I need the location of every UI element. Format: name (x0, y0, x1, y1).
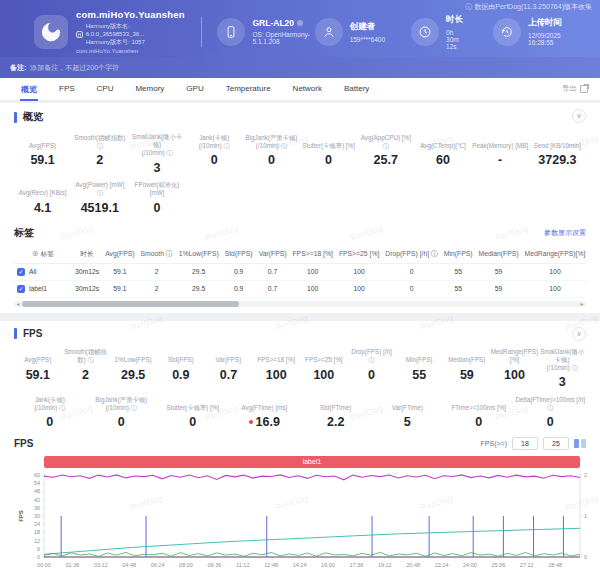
metric-label: BigJank(严重卡顿) (/10min) ⓘ (243, 133, 300, 150)
metric-value: 0 (86, 415, 158, 429)
fps-collapse-button[interactable]: ∨ (572, 327, 586, 341)
fps-threshold2-input[interactable] (543, 437, 569, 450)
fps-card: FPS ∨ Avg(FPS)59.1Smooth(稳帧指数) ⓘ21%Low(F… (0, 321, 600, 580)
metric-value: 16.9 (229, 415, 301, 429)
metric: Std(FTime)2.2 (300, 395, 372, 429)
svg-text:25:36: 25:36 (491, 562, 505, 568)
metric: Avg(FTime) [ms]16.9 (229, 395, 301, 429)
alert-dot-icon (249, 420, 253, 424)
table-column-header[interactable]: 时长 (72, 245, 102, 264)
table-column-header[interactable]: MedRange(FPS)[%] (522, 245, 586, 264)
table-column-header[interactable]: Avg(FPS) (102, 245, 137, 264)
device-info-icon[interactable] (297, 20, 303, 26)
table-column-header[interactable]: ⊕标签 (14, 245, 72, 264)
threshold-toggle-icon[interactable] (574, 439, 586, 448)
table-column-header[interactable]: Median(FPS) (476, 245, 522, 264)
table-column-header[interactable]: Var(FPS) (256, 245, 290, 264)
duration-icon-circle (411, 18, 439, 46)
table-column-header[interactable]: 1%Low(FPS) (176, 245, 222, 264)
metric: FPS>=25 [%]100 (300, 348, 348, 390)
metric-value: 4519.1 (71, 201, 128, 215)
tab-概览[interactable]: 概览 (10, 78, 48, 101)
tab-cpu[interactable]: CPU (86, 78, 125, 101)
app-version-line2: Harmony版本号: 1057 (86, 38, 185, 46)
tab-battery[interactable]: Battery (333, 78, 380, 101)
table-cell: 100 (522, 280, 586, 297)
clock-icon (418, 25, 432, 39)
svg-text:01:36: 01:36 (66, 562, 80, 568)
label1-range-bar[interactable]: label1 (44, 456, 580, 468)
device-info-group: GRL-AL20 OS: OpenHarmony-5.1.1.208 (217, 18, 314, 46)
svg-text:04:48: 04:48 (122, 562, 136, 568)
report-header: ⓘ 数据由PerfDog(11.3.250764)版本收集 com.miHoYo… (0, 0, 600, 57)
export-button[interactable]: 导出 (562, 84, 596, 94)
app-version-line1: Harmony版本名: 6.0.0_36598533_36... (86, 22, 185, 38)
metric: Var(FPS)0.7 (205, 348, 253, 390)
svg-text:36: 36 (34, 505, 40, 511)
metric-label: Jank(卡顿) (/10min) ⓘ (186, 133, 243, 150)
duration-label: 时长 (446, 14, 467, 26)
tab-memory[interactable]: Memory (124, 78, 175, 101)
fps-threshold1-input[interactable] (512, 437, 538, 450)
table-column-header[interactable]: Min(FPS) (441, 245, 476, 264)
metric-label: Avg(Power) [mW] ⓘ (71, 181, 128, 198)
label-name: All (29, 268, 37, 275)
table-column-header[interactable]: Drop(FPS) [/h] ⓘ (382, 245, 441, 264)
fps-chart-title: FPS (14, 438, 33, 449)
metric: Peak(Memory) [MB]- (472, 133, 529, 175)
scroll-left-icon[interactable]: ◂ (14, 301, 22, 307)
metric-value: 0 (243, 153, 300, 167)
metric-label: SmallJank(微小卡顿) (/10min) ⓘ (538, 348, 586, 373)
metric-label: BigJank(严重卡顿) (/10min) ⓘ (86, 395, 158, 412)
metric-value: 25.7 (357, 153, 414, 167)
table-column-header[interactable]: Std(FPS) (222, 245, 256, 264)
svg-text:12: 12 (34, 538, 40, 544)
metric-value: 0 (515, 415, 587, 429)
metric-label: Avg(AppCPU) [%] ⓘ (357, 133, 414, 150)
svg-text:18: 18 (34, 529, 40, 535)
svg-text:48: 48 (34, 488, 40, 494)
table-cell: 0.9 (222, 263, 256, 280)
metric-value: - (472, 153, 529, 167)
svg-text:20:48: 20:48 (406, 562, 420, 568)
metric-value: 0.9 (157, 368, 205, 382)
hscroll-thumb[interactable] (22, 301, 239, 307)
table-cell: 29.5 (176, 280, 222, 297)
fps-chart[interactable]: 06121824303642485460012FPSJank00:0001:36… (14, 469, 586, 580)
table-column-header[interactable]: FPS>=18 [%] (289, 245, 335, 264)
device-name: GRL-AL20 (252, 18, 294, 28)
tab-temperature[interactable]: Temperature (215, 78, 282, 101)
svg-text:19:12: 19:12 (378, 562, 392, 568)
metric: Avg(Power) [mW] ⓘ4519.1 (71, 181, 128, 215)
metric: Delta(FTime)>100ms [/h] ⓘ0 (515, 395, 587, 429)
overview-card: 概览 ∨ Avg(FPS)59.1Smooth(稳帧指数) ⓘ2SmallJan… (0, 103, 600, 313)
parameter-display-settings-link[interactable]: 参数显示设置 (544, 228, 586, 238)
row-checkbox[interactable]: ✓ (17, 285, 25, 293)
metric-label: FTime>=100ms [%] (443, 395, 515, 412)
duration-group: 时长 0h 30m 12s (411, 14, 467, 50)
metric-label: Avg(Recv) [KB/s] (14, 181, 71, 198)
svg-text:03:12: 03:12 (94, 562, 108, 568)
tab-fps[interactable]: FPS (48, 78, 86, 101)
row-checkbox[interactable]: ✓ (17, 268, 25, 276)
labels-table-hscrollbar[interactable]: ◂ ▸ (14, 301, 586, 307)
tab-gpu[interactable]: GPU (175, 78, 214, 101)
svg-text:60: 60 (34, 472, 40, 478)
metric-value: 2 (71, 153, 128, 167)
table-column-header[interactable]: Smooth ⓘ (138, 245, 176, 264)
svg-text:24: 24 (34, 521, 40, 527)
labels-section-title: 标签 (14, 226, 34, 240)
metric-value: 3 (128, 161, 185, 175)
overview-collapse-button[interactable]: ∨ (572, 109, 586, 123)
scroll-right-icon[interactable]: ▸ (578, 301, 586, 307)
table-column-header[interactable]: FPS>=25 [%] (336, 245, 382, 264)
table-cell: 55 (441, 280, 476, 297)
metric: SmallJank(微小卡顿) (/10min) ⓘ3 (128, 133, 185, 175)
svg-text:16:00: 16:00 (321, 562, 335, 568)
metric-value: 100 (491, 368, 539, 382)
add-label-icon[interactable]: ⊕ (32, 249, 39, 258)
tab-network[interactable]: Network (282, 78, 333, 101)
table-cell: 59.1 (102, 263, 137, 280)
note-input-bar[interactable]: 备注: 添加备注，不超过200个字符 (0, 57, 600, 78)
table-cell: 29.5 (176, 263, 222, 280)
